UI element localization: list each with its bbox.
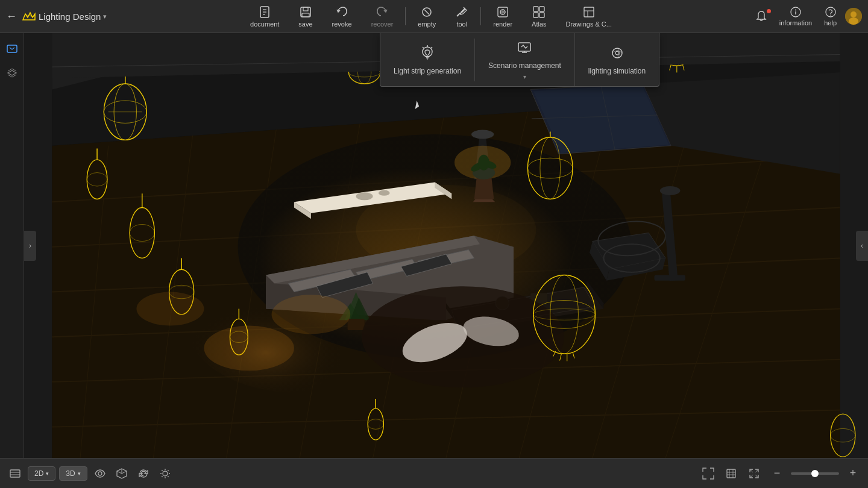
lighting-settings-button[interactable] bbox=[156, 465, 174, 483]
redo-icon bbox=[376, 5, 389, 19]
toolbar-separator-2 bbox=[480, 7, 481, 25]
svg-line-29 bbox=[431, 47, 432, 48]
refresh-icon bbox=[137, 468, 149, 480]
view-3d-button[interactable]: 3D ▾ bbox=[59, 466, 87, 481]
svg-point-37 bbox=[612, 48, 622, 58]
notification-bell[interactable] bbox=[752, 9, 771, 23]
tool-atlas[interactable]: Atlas bbox=[522, 3, 556, 30]
sub-item-simulation[interactable]: lighting simulation bbox=[575, 39, 659, 81]
svg-line-195 bbox=[750, 469, 753, 472]
svg-point-160 bbox=[136, 292, 204, 326]
tool-render[interactable]: render bbox=[483, 3, 522, 30]
information-button[interactable]: information bbox=[776, 5, 816, 28]
svg-point-159 bbox=[204, 326, 294, 371]
fit-window-button[interactable] bbox=[699, 465, 717, 483]
svg-rect-15 bbox=[539, 7, 544, 11]
sun-icon bbox=[159, 468, 171, 480]
svg-line-188 bbox=[168, 470, 168, 471]
svg-line-10 bbox=[424, 10, 429, 14]
fullscreen-button[interactable] bbox=[745, 465, 763, 483]
view-2d-button[interactable]: 2D ▾ bbox=[28, 466, 55, 481]
zoom-slider-thumb[interactable] bbox=[811, 470, 819, 477]
svg-rect-14 bbox=[533, 7, 538, 11]
back-button[interactable]: ← bbox=[6, 10, 17, 23]
zoom-slider-wrap bbox=[791, 472, 839, 475]
tool-save[interactable]: save bbox=[289, 3, 322, 30]
right-collapse-button[interactable]: ‹ bbox=[856, 231, 868, 261]
layers-icon-bottom bbox=[9, 468, 21, 480]
sub-item-scenario[interactable]: Scenario management ▾ bbox=[475, 33, 575, 86]
svg-line-179 bbox=[117, 471, 122, 474]
zoom-slider[interactable] bbox=[791, 472, 839, 475]
user-avatar[interactable] bbox=[845, 8, 862, 25]
svg-rect-17 bbox=[539, 13, 544, 17]
message-icon bbox=[6, 43, 18, 55]
tool-document[interactable]: document bbox=[241, 3, 289, 30]
svg-point-106 bbox=[478, 155, 489, 170]
svg-rect-39 bbox=[7, 45, 17, 52]
refresh-button[interactable] bbox=[134, 465, 153, 483]
svg-point-13 bbox=[502, 11, 504, 13]
app-logo bbox=[22, 9, 36, 23]
cube-icon bbox=[116, 468, 128, 480]
svg-line-189 bbox=[162, 476, 162, 477]
box-view-button[interactable] bbox=[113, 465, 131, 483]
tool-revoke[interactable]: revoke bbox=[322, 3, 362, 30]
simulation-icon bbox=[609, 45, 626, 63]
room-scene-svg bbox=[24, 33, 868, 458]
app-title: Lighting Design bbox=[39, 11, 101, 22]
tool-drawings[interactable]: Drawings & C... bbox=[556, 3, 621, 30]
tool-recover[interactable]: recover bbox=[362, 3, 403, 30]
lightstrip-icon bbox=[419, 45, 436, 63]
left-sidebar bbox=[0, 33, 24, 458]
tool-empty[interactable]: empty bbox=[408, 3, 445, 30]
svg-rect-8 bbox=[302, 13, 309, 17]
drawings-icon bbox=[582, 5, 596, 19]
sidebar-layers-icon[interactable] bbox=[2, 63, 22, 83]
sub-item-lightstrip[interactable]: Light strip generation bbox=[380, 39, 475, 81]
actual-size-icon bbox=[725, 467, 738, 480]
svg-point-95 bbox=[471, 130, 494, 139]
svg-point-170 bbox=[660, 186, 681, 195]
room-canvas[interactable] bbox=[24, 33, 868, 458]
svg-point-176 bbox=[98, 472, 102, 475]
zoom-out-button[interactable]: − bbox=[768, 465, 786, 483]
svg-rect-171 bbox=[654, 275, 685, 281]
topbar-center-tools: document save revoke bbox=[127, 3, 735, 30]
bottom-layers-button[interactable] bbox=[6, 465, 24, 483]
canvas-area[interactable]: › ‹ bbox=[0, 33, 868, 458]
svg-point-87 bbox=[356, 192, 373, 200]
svg-line-186 bbox=[162, 470, 162, 471]
atlas-icon bbox=[532, 5, 546, 19]
svg-point-25 bbox=[851, 11, 857, 17]
sub-toolbar: Light strip generation Scenario manageme… bbox=[380, 33, 659, 87]
topbar-right: information help bbox=[735, 5, 868, 28]
left-collapse-button[interactable]: › bbox=[24, 231, 36, 261]
svg-point-21 bbox=[795, 10, 796, 11]
tool-tool[interactable]: tool bbox=[445, 3, 478, 30]
help-button[interactable]: help bbox=[820, 5, 840, 28]
layers-icon bbox=[6, 67, 18, 79]
information-icon bbox=[790, 6, 802, 18]
svg-rect-18 bbox=[584, 7, 594, 17]
scenario-icon bbox=[516, 39, 533, 58]
help-icon bbox=[825, 6, 837, 18]
svg-line-197 bbox=[755, 475, 758, 478]
svg-marker-0 bbox=[23, 13, 35, 20]
zoom-in-button[interactable]: + bbox=[844, 465, 862, 483]
title-dropdown[interactable]: ▾ bbox=[103, 13, 107, 20]
3d-dropdown-arrow: ▾ bbox=[78, 471, 81, 477]
bottom-right-tools: − + bbox=[699, 465, 862, 483]
svg-point-161 bbox=[272, 295, 351, 334]
fullscreen-icon bbox=[747, 467, 761, 480]
svg-rect-190 bbox=[727, 469, 735, 478]
svg-point-26 bbox=[849, 17, 858, 25]
svg-rect-7 bbox=[303, 7, 308, 11]
visibility-toggle-button[interactable] bbox=[91, 465, 109, 483]
actual-size-button[interactable] bbox=[722, 465, 740, 483]
toolbar-separator-1 bbox=[405, 7, 406, 25]
topbar-left: ← Lighting Design ▾ bbox=[0, 9, 127, 23]
svg-point-38 bbox=[615, 51, 619, 55]
svg-point-23 bbox=[830, 14, 831, 16]
sidebar-message-icon[interactable] bbox=[2, 39, 22, 58]
